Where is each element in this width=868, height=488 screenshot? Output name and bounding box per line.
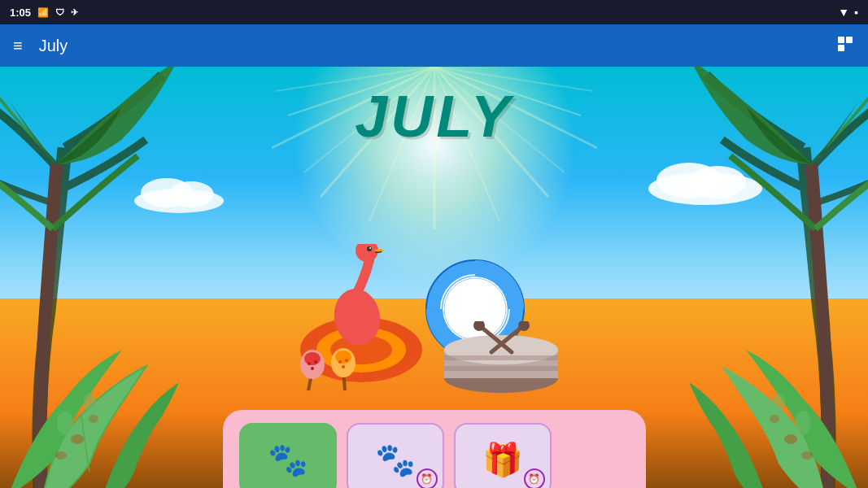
wifi-icon: ▼ <box>838 6 849 19</box>
svg-point-39 <box>369 247 371 249</box>
svg-point-63 <box>345 359 348 362</box>
location-icon: ✈ <box>71 7 78 18</box>
svg-point-28 <box>795 411 811 435</box>
svg-rect-48 <box>444 366 558 371</box>
status-bar: 1:05 📶 🛡 ✈ ▼ ▪ <box>0 0 868 24</box>
monstera-right <box>608 260 868 488</box>
vpn-icon: 🛡 <box>55 7 64 17</box>
svg-point-38 <box>367 246 372 251</box>
svg-point-24 <box>83 393 96 412</box>
time-display: 1:05 <box>10 7 31 19</box>
svg-point-61 <box>335 351 351 364</box>
svg-point-56 <box>308 362 311 365</box>
clock-badge-2: ⏰ <box>417 468 438 488</box>
signal-icon: 📶 <box>37 7 49 18</box>
svg-point-32 <box>801 451 813 460</box>
svg-point-27 <box>55 451 67 460</box>
reward-emoji-3: 🎁 <box>482 441 523 479</box>
svg-point-55 <box>304 352 321 365</box>
svg-rect-2 <box>838 45 844 51</box>
reward-item-2: 🐾 ⏰ <box>347 423 444 488</box>
svg-rect-0 <box>838 37 844 43</box>
svg-rect-47 <box>444 355 558 360</box>
svg-point-64 <box>342 365 345 368</box>
menu-icon[interactable]: ≡ <box>13 37 23 55</box>
reward-item-3: 🎁 ⏰ <box>454 423 552 488</box>
svg-rect-3 <box>849 48 853 51</box>
maracas <box>288 346 369 394</box>
share-icon[interactable] <box>835 34 855 58</box>
svg-point-31 <box>770 415 779 423</box>
svg-point-62 <box>338 360 342 364</box>
reward-emoji-1: 🐾 <box>268 441 308 479</box>
svg-rect-1 <box>846 37 853 43</box>
svg-point-25 <box>71 434 84 444</box>
app-title: July <box>39 37 835 55</box>
battery-icon: ▪ <box>854 6 858 19</box>
svg-point-37 <box>355 244 378 262</box>
svg-point-30 <box>784 434 797 444</box>
main-content: JULY <box>0 67 868 488</box>
reward-item-1[interactable]: 🐾 <box>239 423 337 488</box>
clock-badge-3: ⏰ <box>524 468 545 488</box>
app-bar: ≡ July <box>0 24 868 67</box>
svg-point-57 <box>314 360 317 364</box>
reward-emoji-2: 🐾 <box>375 441 416 479</box>
svg-point-23 <box>57 411 73 435</box>
svg-point-29 <box>772 393 785 412</box>
monstera-left <box>0 260 260 488</box>
drum <box>438 321 565 394</box>
svg-point-58 <box>311 367 314 370</box>
rewards-bar: 🐾 🐾 ⏰ 🎁 ⏰ <box>223 410 646 488</box>
scene <box>272 244 597 407</box>
hero-title: JULY <box>355 83 513 150</box>
svg-point-26 <box>89 415 98 423</box>
